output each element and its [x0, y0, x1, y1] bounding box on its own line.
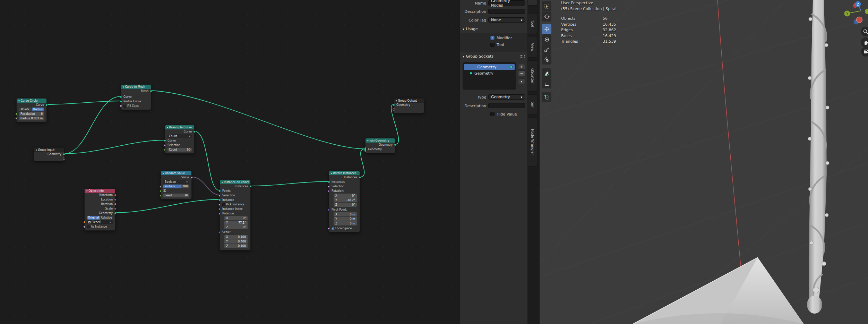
socket-description-input[interactable] [488, 103, 525, 108]
viewport-3d[interactable]: User Perspective (55) Scene Collection |… [540, 0, 868, 324]
socket-as-instance-input[interactable] [83, 225, 86, 228]
tool-scale[interactable] [542, 44, 551, 54]
scale-x-field[interactable]: X0.400 [224, 235, 248, 239]
points-radius-toggle[interactable]: PointsRadius [19, 108, 44, 111]
socket-instances-input[interactable] [328, 181, 330, 183]
node-random-value[interactable]: Random Value Value Boolean Probabi...0.7… [161, 171, 192, 199]
collapse-icon[interactable] [331, 172, 332, 175]
pivot-z-field[interactable]: Z0 m [334, 221, 357, 225]
tab-item[interactable]: Item [528, 94, 537, 114]
socket-curve-output[interactable] [45, 104, 48, 106]
tab-tool[interactable]: Tool [528, 13, 537, 34]
type-dropdown[interactable]: Geometry [488, 94, 525, 100]
node-editor[interactable]: Curve Circle Curve PointsRadius Resoluti… [0, 0, 540, 324]
pan-button[interactable] [861, 37, 868, 47]
original-relative-toggle[interactable]: OriginalRelative [87, 216, 113, 220]
rotation-y-field[interactable]: Y77.1° [224, 221, 248, 225]
fill-caps-checkbox[interactable] [123, 105, 126, 108]
tool-transform[interactable] [542, 54, 551, 65]
collapse-icon[interactable] [86, 189, 88, 193]
node-instance-on-points[interactable]: Instance on Points Instances Points Sele… [220, 180, 251, 250]
tool-measure[interactable] [542, 78, 551, 88]
socket-list-item-selected[interactable]: Geometry [464, 64, 515, 70]
socket-geometry-output[interactable] [394, 144, 396, 146]
socket-mesh-output[interactable] [150, 90, 152, 92]
as-instance-checkbox[interactable] [87, 225, 90, 228]
node-header[interactable]: Rotate Instances [329, 171, 360, 175]
socket-specials-menu-button[interactable] [518, 78, 525, 84]
socket-location-output[interactable] [114, 198, 117, 201]
socket-transform-output[interactable] [114, 194, 117, 196]
socket-instance-input[interactable] [218, 199, 221, 201]
rotation-z-field[interactable]: Z0° [334, 203, 357, 207]
camera-view-button[interactable] [861, 47, 868, 57]
socket-geometry-multi-input[interactable] [364, 147, 367, 152]
socket-object-input[interactable] [83, 221, 86, 223]
node-header[interactable]: Random Value [161, 171, 191, 175]
tool-annotate[interactable] [542, 68, 551, 78]
socket-virtual[interactable] [63, 157, 65, 160]
description-input[interactable] [488, 9, 525, 14]
socket-geometry-output[interactable] [114, 212, 117, 214]
scale-z-field[interactable]: Z0.400 [224, 244, 248, 248]
node-header[interactable]: Group Input [34, 148, 64, 152]
socket-list-item[interactable]: Geometry [464, 70, 515, 76]
tool-rotate[interactable] [542, 34, 551, 44]
seed-field[interactable]: Seed39 [163, 194, 189, 197]
collapse-icon[interactable] [163, 172, 164, 175]
socket-fill-caps-input[interactable] [120, 105, 122, 107]
socket-resolution-input[interactable] [15, 113, 18, 115]
count-field[interactable]: Count60 [167, 148, 192, 152]
gizmo-axis-y-neg[interactable] [865, 9, 868, 14]
toggle-points[interactable]: Points [19, 108, 32, 111]
name-input[interactable]: Geometry Nodes [488, 0, 525, 6]
pivot-x-field[interactable]: X0 m [334, 212, 357, 216]
mode-dropdown[interactable]: Count [167, 134, 192, 138]
node-group-output[interactable]: Group Output Geometry [394, 98, 424, 113]
socket-curve-output[interactable] [193, 130, 196, 133]
node-header[interactable]: Curve to Mesh [121, 85, 151, 89]
collapse-icon[interactable] [18, 99, 20, 102]
socket-rotation-output[interactable] [114, 203, 117, 205]
pick-instance-checkbox[interactable] [222, 203, 225, 206]
usage-section-header[interactable]: Usage [463, 27, 478, 31]
group-sockets-list[interactable]: Geometry Geometry [463, 62, 516, 89]
tool-cursor[interactable] [542, 11, 551, 22]
tab-gscatter[interactable]: GScatter [528, 60, 537, 92]
toggle-original[interactable]: Original [87, 216, 100, 220]
node-rotate-instances[interactable]: Rotate Instances Instances Instances Sel… [329, 171, 360, 232]
color-tag-dropdown[interactable]: None [488, 17, 525, 23]
socket-instances-output[interactable] [249, 185, 252, 188]
tool-move[interactable] [542, 24, 551, 34]
node-object-info[interactable]: Object Info Transform Location Rotation … [84, 188, 115, 231]
collapse-icon[interactable] [167, 126, 168, 129]
navigation-gizmo[interactable]: Z Y [841, 0, 868, 28]
socket-radius-input[interactable] [15, 117, 18, 120]
group-sockets-section-header[interactable]: Group Sockets [463, 54, 493, 59]
socket-points-input[interactable] [218, 190, 221, 192]
hide-value-checkbox[interactable] [490, 112, 495, 116]
node-header[interactable]: Object Info [85, 189, 115, 193]
probability-slider[interactable]: Probabi...0.708 [163, 185, 189, 188]
toggle-relative[interactable]: Relative [100, 216, 113, 220]
socket-curve-input[interactable] [120, 96, 122, 98]
node-header[interactable]: Curve Circle [17, 99, 46, 103]
tab-view[interactable]: View [528, 37, 537, 58]
scale-y-field[interactable]: Y0.400 [224, 239, 248, 244]
socket-geometry-input[interactable] [393, 104, 395, 106]
panel-grip-icon[interactable] [519, 55, 525, 58]
collapse-icon[interactable] [396, 99, 397, 102]
zoom-button[interactable] [861, 27, 868, 36]
collapse-icon[interactable] [36, 148, 37, 152]
remove-socket-button[interactable] [518, 70, 525, 76]
socket-scale-output[interactable] [114, 207, 117, 210]
collapse-icon[interactable] [367, 139, 369, 142]
tool-add-primitive[interactable] [542, 92, 551, 102]
node-curve-to-mesh[interactable]: Curve to Mesh Mesh Curve Profile Curve F… [121, 84, 151, 110]
tool-select-box[interactable] [542, 1, 551, 11]
rotation-z-field[interactable]: Z0° [224, 225, 248, 229]
toggle-radius[interactable]: Radius [32, 108, 44, 111]
modifier-checkbox[interactable] [490, 36, 495, 40]
socket-virtual[interactable] [393, 108, 395, 111]
node-group-input[interactable]: Group Input Geometry [34, 147, 64, 161]
